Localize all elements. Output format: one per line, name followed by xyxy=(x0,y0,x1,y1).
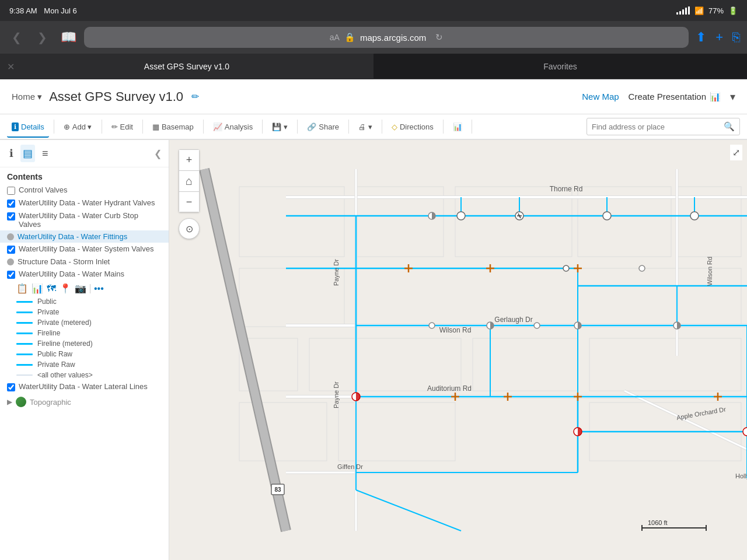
reload-icon[interactable]: ↻ xyxy=(435,32,443,43)
svg-point-59 xyxy=(743,428,747,436)
map-action-icon[interactable]: 🗺 xyxy=(47,284,56,294)
toolbar-analysis-button[interactable]: 📈 Analysis xyxy=(208,116,257,137)
toolbar-divider-10 xyxy=(472,120,472,134)
layer-item-water-mains[interactable]: WaterUtility Data - Water Mains xyxy=(0,268,169,281)
layer-checkbox-lateral-lines[interactable] xyxy=(7,383,15,391)
zoom-in-button[interactable]: + xyxy=(179,149,200,170)
layer-item-lateral-lines[interactable]: WaterUtility Data - Water Lateral Lines xyxy=(0,380,169,393)
tab-close-icon[interactable]: ✕ xyxy=(7,61,15,72)
legend-label-private-metered: Private (metered) xyxy=(37,318,92,327)
browser-actions: ⬆ + ⎘ xyxy=(696,30,740,45)
toolbar-table-button[interactable]: 📊 xyxy=(448,116,467,137)
svg-point-32 xyxy=(690,212,699,220)
my-location-button[interactable]: ⊙ xyxy=(179,218,200,239)
tab-switcher-button[interactable]: ⎘ xyxy=(732,30,740,45)
bookmarks-button[interactable]: 📖 xyxy=(58,27,77,47)
forward-button[interactable]: ❯ xyxy=(33,28,51,47)
layer-checkbox-water-curb[interactable] xyxy=(7,212,15,220)
legend-label-private-raw: Private Raw xyxy=(37,360,75,369)
svg-text:1060 ft: 1060 ft xyxy=(648,519,668,526)
zoom-out-button[interactable]: − xyxy=(179,191,200,212)
table-action-icon[interactable]: 📋 xyxy=(16,283,28,294)
create-presentation-button[interactable]: Create Presentation 📊 xyxy=(629,92,721,102)
sidebar-list-tab[interactable]: ▤ xyxy=(20,145,35,162)
sidebar-info-tab[interactable]: ℹ xyxy=(7,145,16,162)
svg-point-31 xyxy=(603,212,611,220)
analysis-icon: 📈 xyxy=(213,123,222,131)
toolbar-divider-9 xyxy=(443,120,444,134)
toolbar-edit-button[interactable]: ✏ Edit xyxy=(107,116,138,137)
layer-dot-water-fittings xyxy=(7,233,14,240)
presentation-label: Create Presentation xyxy=(629,92,706,102)
sidebar-collapse-button[interactable]: ❮ xyxy=(154,148,162,159)
save-icon: 💾 xyxy=(272,123,281,131)
map-controls: + ⌂ − ⊙ xyxy=(179,149,200,239)
layer-label-control-valves: Control Valves xyxy=(19,186,68,194)
sidebar-tabs: ℹ ▤ ≡ ❮ xyxy=(0,140,169,167)
toolbar-save-button[interactable]: 💾 ▾ xyxy=(267,116,292,137)
legend-line-private-raw xyxy=(16,364,33,366)
home-link[interactable]: Home ▾ xyxy=(12,92,42,102)
svg-text:Giffen Dr: Giffen Dr xyxy=(337,463,363,470)
layer-checkbox-water-system-valves[interactable] xyxy=(7,246,15,254)
topo-row[interactable]: ▶ Topographic xyxy=(0,393,169,411)
svg-point-54 xyxy=(639,265,645,271)
more-action-icon[interactable]: ••• xyxy=(94,284,104,294)
toolbar-share-button[interactable]: 🔗 Share xyxy=(302,116,344,137)
print-icon: 🖨 xyxy=(358,123,366,131)
search-input[interactable] xyxy=(592,123,720,131)
search-icon[interactable]: 🔍 xyxy=(724,121,735,132)
edit-title-icon[interactable]: ✏ xyxy=(191,91,199,102)
toolbar: ℹ Details ⊕ Add ▾ ✏ Edit ▦ Basemap 📈 Ana… xyxy=(0,114,747,140)
new-map-button[interactable]: New Map xyxy=(582,92,619,102)
layer-link-water-fittings[interactable]: WaterUtility Data - Water Fittings xyxy=(18,232,127,241)
svg-text:Thorne Rd: Thorne Rd xyxy=(550,185,583,193)
address-bar[interactable]: aA 🔒 maps.arcgis.com ↻ xyxy=(84,27,689,48)
aa-label: aA xyxy=(330,33,340,42)
legend-public-raw: Public Raw xyxy=(0,349,169,359)
tab-asset-gps[interactable]: ✕ Asset GPS Survey v1.0 xyxy=(0,54,374,79)
svg-text:Gerlaugh Dr: Gerlaugh Dr xyxy=(494,316,532,324)
layer-item-water-curb[interactable]: WaterUtility Data - Water Curb Stop Valv… xyxy=(0,209,169,230)
chart-action-icon[interactable]: 📊 xyxy=(32,283,43,294)
layer-item-water-fittings[interactable]: WaterUtility Data - Water Fittings xyxy=(0,230,169,243)
toolbar-divider-4 xyxy=(203,120,204,134)
svg-point-53 xyxy=(563,265,569,271)
toolbar-add-button[interactable]: ⊕ Add ▾ xyxy=(59,116,97,137)
layer-checkbox-water-mains[interactable] xyxy=(7,271,15,279)
back-button[interactable]: ❮ xyxy=(7,28,26,47)
topo-expand-icon[interactable]: ▶ xyxy=(7,398,12,406)
header-actions: New Map Create Presentation 📊 ▾ xyxy=(582,90,735,103)
layer-dot-storm-inlet xyxy=(7,258,14,265)
share-button[interactable]: ⬆ xyxy=(696,30,706,45)
toolbar-details-button[interactable]: ℹ Details xyxy=(7,117,49,138)
pin-action-icon[interactable]: 📍 xyxy=(60,283,71,294)
legend-line-private-metered xyxy=(16,322,33,324)
legend-all-other: <all other values> xyxy=(0,370,169,380)
sidebar-legend-tab[interactable]: ≡ xyxy=(40,145,51,162)
topo-globe-icon xyxy=(16,397,26,407)
svg-text:Holly: Holly xyxy=(735,473,747,480)
map-area[interactable]: Thorne Rd Payne Dr Payne Dr Wilson Rd Ge… xyxy=(169,140,747,560)
layer-checkbox-water-hydrant[interactable] xyxy=(7,200,15,208)
status-day: Mon Jul 6 xyxy=(44,6,76,15)
legend-line-all-other xyxy=(16,374,33,376)
toolbar-basemap-button[interactable]: ▦ Basemap xyxy=(148,116,198,137)
home-extent-button[interactable]: ⌂ xyxy=(179,170,200,191)
layer-item-water-system-valves[interactable]: WaterUtility Data - Water System Valves xyxy=(0,243,169,256)
toolbar-print-button[interactable]: 🖨 ▾ xyxy=(354,116,377,137)
photo-action-icon[interactable]: 📷 xyxy=(75,283,86,294)
map-expand-button[interactable]: ⤢ xyxy=(730,145,742,160)
layer-item-storm-inlet[interactable]: Structure Data - Storm Inlet xyxy=(0,256,169,268)
header-more-icon[interactable]: ▾ xyxy=(730,90,735,103)
tab-favorites[interactable]: Favorites xyxy=(374,54,747,79)
edit-icon: ✏ xyxy=(111,123,118,131)
toolbar-directions-button[interactable]: ◇ Directions xyxy=(387,116,438,137)
layer-item-water-hydrant[interactable]: WaterUtility Data - Water Hydrant Valves xyxy=(0,197,169,209)
layer-item-control-valves[interactable]: Control Valves xyxy=(0,184,169,197)
tab-label-favorites: Favorites xyxy=(543,62,577,71)
legend-private: Private xyxy=(0,307,169,317)
layer-checkbox-control-valves[interactable] xyxy=(7,187,15,195)
svg-text:Wilson Rd: Wilson Rd xyxy=(706,257,713,286)
new-tab-button[interactable]: + xyxy=(715,30,723,45)
